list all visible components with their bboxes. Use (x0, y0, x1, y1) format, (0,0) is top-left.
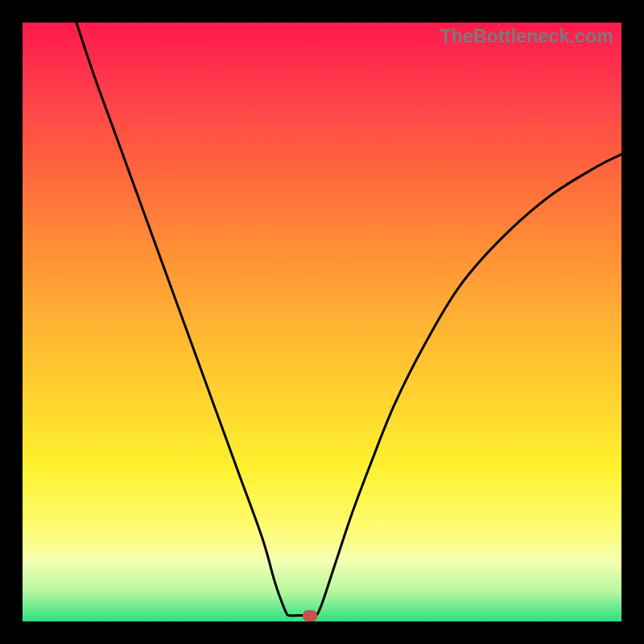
optimum-marker (303, 610, 317, 621)
bottleneck-curve (23, 23, 621, 621)
chart-frame: TheBottleneck.com (23, 23, 621, 621)
watermark-text: TheBottleneck.com (440, 26, 613, 47)
